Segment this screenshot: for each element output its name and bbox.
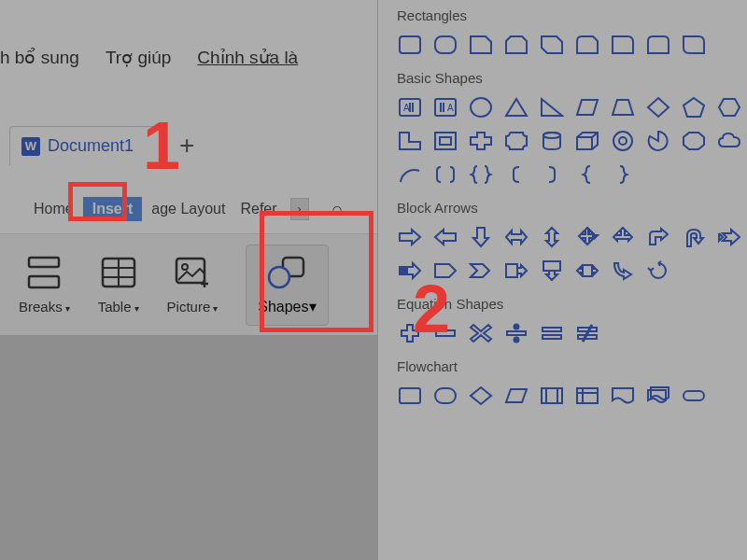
svg-point-11 [269,267,289,287]
shape-brace-l[interactable] [574,162,600,187]
tab-home[interactable]: Home [28,197,79,221]
shape-round-2[interactable] [645,33,671,57]
shape-arrow-callout-lr[interactable] [574,259,600,283]
shape-oval[interactable] [468,95,494,119]
picture-button[interactable]: Picture▾ [167,256,218,315]
search-icon[interactable]: ⌕ [326,194,348,223]
table-button[interactable]: Table▾ [98,256,139,315]
breaks-button[interactable]: Breaks▾ [19,256,70,315]
svg-point-25 [543,133,560,138]
document-area[interactable] [0,336,377,560]
table-icon [100,256,137,289]
shape-frame[interactable] [432,129,458,153]
shape-divide[interactable] [503,321,529,345]
shape-fc-terminator[interactable] [681,384,707,408]
shape-hexagon[interactable] [716,95,742,119]
svg-rect-48 [684,391,704,400]
shape-arrow-right[interactable] [397,225,423,249]
shape-fc-data[interactable] [503,384,529,408]
shape-round-diag[interactable] [681,33,707,57]
shape-arrow-circular[interactable] [645,259,671,283]
shape-snip-diag[interactable] [539,33,565,57]
shape-bracket-r[interactable] [539,162,565,187]
shape-arrow-callout-d[interactable] [539,259,565,283]
shape-plus[interactable] [397,321,423,345]
shape-snip-corner[interactable] [468,33,494,57]
tab-references[interactable]: Refer [234,197,282,221]
tab-insert[interactable]: Insert [83,197,143,221]
shape-arrow-striped[interactable] [397,259,423,283]
shape-rectangle[interactable] [397,33,423,57]
shape-equal[interactable] [539,321,565,345]
section-title: Flowchart [397,358,747,374]
shape-round-1[interactable] [610,33,636,57]
ribbon-scroll-right[interactable]: › [290,198,309,220]
dropdown-icon: ▾ [65,303,70,314]
svg-rect-41 [435,388,456,403]
svg-rect-30 [583,265,592,276]
shape-arrow-down[interactable] [468,225,494,249]
shape-textbox-v[interactable]: A [432,95,458,119]
document-tab[interactable]: W Document1 [9,126,161,165]
shape-arrow-lr[interactable] [503,225,529,249]
shape-cube[interactable] [574,129,600,153]
shape-round-snip[interactable] [574,33,600,57]
svg-point-33 [514,325,519,329]
shape-minus[interactable] [432,321,458,345]
shape-triangle[interactable] [503,95,529,119]
shape-brace-r[interactable] [610,162,636,187]
shape-arrow-3way[interactable] [610,225,636,249]
shape-arrow-notched[interactable] [716,225,742,249]
shape-multiply[interactable] [468,321,494,345]
shape-donut[interactable] [610,129,636,153]
svg-point-26 [613,132,632,150]
shape-arrow-pentagon[interactable] [432,259,458,283]
shape-arrow-quad[interactable] [574,225,600,249]
shape-arrow-ud[interactable] [539,225,565,249]
shape-textbox[interactable]: A [397,95,423,119]
shape-fc-internal[interactable] [574,384,600,408]
shape-arrow-callout-r[interactable] [503,259,529,283]
menu-help[interactable]: Trợ giúp [106,47,171,68]
shape-plaque[interactable] [503,129,529,153]
shape-cloud[interactable] [716,129,742,153]
shape-pie[interactable] [645,129,671,153]
shape-fc-alt[interactable] [432,384,458,408]
shape-arrow-bent[interactable] [645,225,671,249]
shape-right-triangle[interactable] [539,95,565,119]
shape-fc-process[interactable] [397,384,423,408]
shape-arrow-chevron[interactable] [468,259,494,283]
shape-arrow-uturn[interactable] [681,225,707,249]
shape-bracket-pair[interactable] [432,162,458,187]
shape-diamond[interactable] [645,95,671,119]
menu-addins[interactable]: h bổ sung [0,47,79,68]
shape-pentagon[interactable] [681,95,707,119]
shape-fc-multidoc[interactable] [645,384,671,408]
menu-bar: h bổ sung Trợ giúp Chỉnh sửa là [0,47,377,68]
shape-rounded-rect[interactable] [432,33,458,57]
shape-snip-top[interactable] [503,33,529,57]
shape-parallelogram[interactable] [574,95,600,119]
shape-octagon[interactable] [681,129,707,153]
new-tab-button[interactable]: + [179,131,194,161]
shape-can[interactable] [539,129,565,153]
shape-arrow-curved[interactable] [610,259,636,283]
shape-fc-decision[interactable] [468,384,494,408]
menu-edit[interactable]: Chỉnh sửa là [197,47,298,68]
shape-trapezoid[interactable] [610,95,636,119]
shapes-button[interactable]: Shapes▾ [246,245,328,326]
svg-rect-36 [543,335,561,339]
shape-fc-predef[interactable] [539,384,565,408]
shape-arc[interactable] [397,162,423,187]
section-title: Equation Shapes [397,296,747,312]
svg-rect-45 [577,388,598,403]
shape-brace-pair[interactable] [468,162,494,187]
shape-cross[interactable] [468,129,494,153]
shape-fc-document[interactable] [610,384,636,408]
svg-rect-29 [543,261,560,271]
shape-arrow-left[interactable] [432,225,458,249]
shape-bracket-l[interactable] [503,162,529,187]
shape-l-shape[interactable] [397,129,423,153]
shape-not-equal[interactable] [574,321,600,345]
tab-page-layout[interactable]: age Layout [146,197,231,221]
